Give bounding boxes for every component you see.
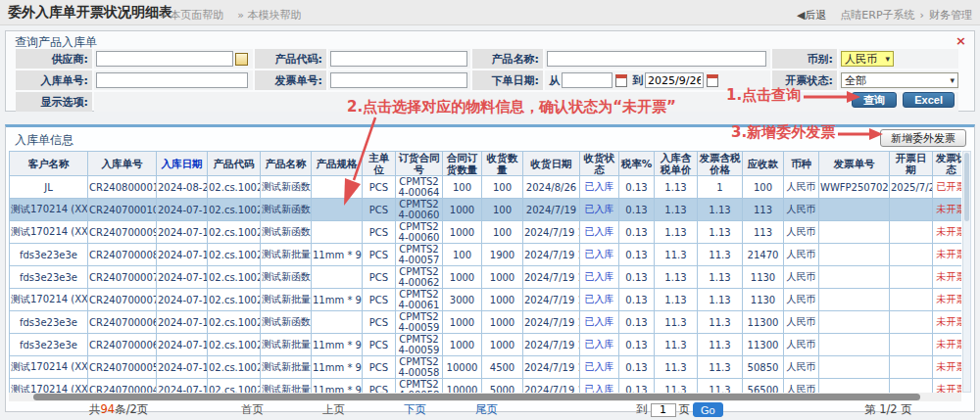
last-page-link[interactable]: 尾页 [475,402,498,417]
table-row[interactable]: 测试170214 (XX)CR2407000092024-07-1902.cs.… [10,221,962,244]
table-row[interactable]: fds3e23e3eCR2407000062024-07-1902.cs.100… [10,311,962,334]
table-cell: 人民币 [784,199,819,221]
receipt-no-input[interactable] [96,72,248,88]
add-outsourcing-invoice-button[interactable]: 新增委外发票 [880,129,966,147]
column-header: 产品名称 [261,152,312,176]
pagination-bar: 共94条/2页 首页 上页 下页 尾页 到 页 Go 第 1/2 页 [6,402,974,416]
column-header[interactable]: 入库日期 [157,152,208,176]
first-page-link[interactable]: 首页 [241,402,264,417]
table-cell: 02.cs.100246 [208,244,261,266]
table-cell [819,379,890,393]
table-cell: 2024/8/26 [523,176,580,199]
table-cell: 11.3 [655,244,698,266]
excel-button[interactable]: Excel [903,92,955,108]
table-cell: 02.cs.100241 [208,199,261,221]
calendar-icon[interactable] [707,74,718,87]
table-cell: 10000 [443,379,482,393]
table-row[interactable]: fds3e23e3eCR2407000062024-07-1902.cs.100… [10,334,962,356]
table-row[interactable]: 测试170214 (XX)CR2407000042024-07-1902.cs.… [10,379,962,393]
table-cell: PCS [363,244,396,266]
table-cell: 2024/7/19 10: [523,266,580,289]
supplier-lookup-icon[interactable] [235,53,248,66]
table-row[interactable]: JLCR2408000012024-08-2602.cs.100241测试新函数… [10,176,962,199]
goto-label: 到 [636,402,648,417]
column-header: 发票状态 [933,152,962,176]
table-row[interactable]: fds3e23e3eCR2407000072024-07-1902.cs.100… [10,266,962,289]
invoice-status-select[interactable]: 全部▾ [841,72,958,88]
table-cell: 2024-07-19 [157,244,208,266]
table-cell: 1.13 [655,266,698,289]
table-cell: 11.3 [698,311,743,334]
table-cell: 11mm * 95m [312,244,363,266]
table-cell: 100 [443,176,482,199]
table-cell: 0.13 [619,266,655,289]
horizontal-scrollbar[interactable] [9,393,961,401]
table-cell: 测试新函数成 [261,266,312,289]
table-row[interactable]: 测试170214 (XX)CR2407000072024-07-1902.cs.… [10,289,962,311]
go-button[interactable]: Go [693,402,723,417]
table-cell [890,244,933,266]
product-code-label: 产品代码: [255,49,326,69]
table-row[interactable]: fds3e23e3eCR2407000082024-07-1902.cs.100… [10,244,962,266]
table-cell: 测试170214 (XX) [10,221,88,244]
calendar-icon[interactable] [615,74,627,87]
table-cell: 4500 [482,356,523,379]
currency-label: 币别: [772,49,837,69]
prev-page-link[interactable]: 上页 [322,402,345,417]
table-cell: PCS [363,379,396,393]
annotation-step2: 2.点击选择对应的物料信息，确认状态为“未开票” [347,98,676,117]
table-cell: 100 [443,244,482,266]
goto-page-input[interactable] [651,403,676,417]
table-cell: 2024-07-19 [157,221,208,244]
table-cell: 1.13 [655,221,698,244]
table-row[interactable]: 测试170214 (XX)CR2407000102024-07-1902.cs.… [10,199,962,221]
product-code-input[interactable] [330,51,467,67]
date-to-input[interactable] [645,72,704,88]
table-cell [312,221,363,244]
table-cell: 已入库 [580,379,619,393]
supplier-input[interactable] [96,51,233,67]
table-cell: 10000 [443,356,482,379]
table-cell: 已入库 [580,311,619,334]
column-header: 应收款 [743,152,784,176]
table-cell: 1900 [482,244,523,266]
table-cell: 11.3 [655,356,698,379]
table-cell: 已入库 [580,221,619,244]
table-cell: 人民币 [784,221,819,244]
receipt-info-title: 入库单信息 [15,132,74,149]
table-cell: 人民币 [784,289,819,311]
next-page-link[interactable]: 下页 [404,402,426,417]
table-row[interactable]: 测试170214 (XX)CR2407000052024-07-1902.cs.… [10,356,962,379]
table-cell: 1130 [743,289,784,311]
vertical-scrollbar[interactable] [962,151,971,393]
invoice-no-input[interactable] [330,72,467,88]
date-from-label: 从 [549,73,560,88]
module-help-link[interactable]: » 本模块帮助 [237,9,301,22]
product-name-input[interactable] [547,51,766,67]
table-cell: 11.3 [698,334,743,356]
table-cell: 21470 [743,244,784,266]
table-cell: 2024/7/19 10: [523,244,580,266]
table-cell: 已入库 [580,356,619,379]
table-cell: fds3e23e3e [10,244,88,266]
vertical-scrollbar-thumb[interactable] [964,153,969,221]
breadcrumb-module[interactable]: 财务管理 [929,9,972,22]
breadcrumb-system[interactable]: 点睛ERP子系统 [840,9,914,22]
table-cell: 100 [743,176,784,199]
table-cell: 1.13 [698,221,743,244]
horizontal-scrollbar-thumb[interactable] [33,394,920,400]
back-button[interactable]: ◀后退 [797,9,826,22]
table-cell [819,199,890,221]
page-help-link[interactable]: » 本页面帮助 [160,9,223,22]
table-cell: 测试新批量领 [261,356,312,379]
table-cell: 测试新函数成 [261,199,312,221]
table-cell: 2024/7/19 10: [523,221,580,244]
date-from-input[interactable] [562,72,612,88]
currency-select[interactable]: 人民币▾ [841,51,894,67]
table-cell: 02.cs.100241 [208,176,261,199]
close-icon[interactable]: × [956,33,966,48]
receipt-info-panel: 入库单信息 新增委外发票 客户名称入库单号入库日期产品代码产品名称产品规格主单位… [5,124,975,412]
table-cell: 已入库 [580,176,619,199]
table-cell: 测试170214 (XX) [10,199,88,221]
table-cell: 测试新批量领 [261,334,312,356]
